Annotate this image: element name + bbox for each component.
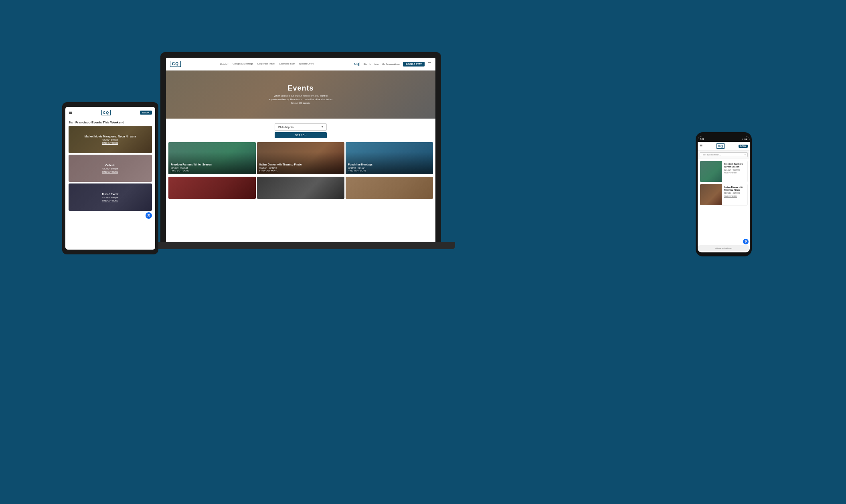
phone-book-button[interactable]: BOOK	[739, 145, 748, 148]
tablet-card-content-2: Music Event 02/20/24 6:00 pm FIND OUT MO…	[69, 183, 152, 211]
tablet-event-link-1[interactable]: FIND OUT MORE	[102, 171, 118, 173]
hero-title: Events	[269, 84, 333, 93]
tablet-book-button[interactable]: BOOK	[140, 111, 152, 115]
card-content-0: Freedom Farmers Winter Season 02/16/24 -…	[171, 163, 253, 172]
nav-corporate[interactable]: Corporate Travel	[257, 62, 275, 65]
event-card-0[interactable]: Freedom Farmers Winter Season 02/16/24 -…	[168, 142, 256, 174]
event-name-0: Freedom Farmers Winter Season	[171, 163, 253, 166]
event-link-1[interactable]: FIND OUT MORE	[259, 169, 342, 172]
cq-rewards-logo: CQ	[353, 62, 360, 66]
event-date-1: 02/28/24 - 03/31/24	[259, 167, 342, 169]
tablet-event-link-2[interactable]: FIND OUT MORE	[102, 200, 118, 202]
events-grid-row1: Freedom Farmers Winter Season 02/16/24 -…	[166, 140, 435, 177]
event-card-2[interactable]: Punchline Mondays 03/16/24 - 01/16/24 FI…	[346, 142, 433, 174]
phone-time: 5:01	[700, 138, 704, 140]
tablet-event-name-1: Cobrah	[105, 164, 115, 167]
search-button[interactable]: SEARCH	[275, 132, 327, 138]
event-link-0[interactable]: FIND OUT MORE	[171, 169, 253, 172]
event-link-2[interactable]: FIND OUT MORE	[348, 169, 431, 172]
phone-event-name-0: Freedom Farmers Winter Season	[724, 163, 745, 168]
join-link[interactable]: Join	[374, 63, 378, 65]
tablet-logo[interactable]: CQ	[101, 110, 111, 115]
phone-filter-input[interactable]: Filter by Destination... ▾	[700, 152, 748, 157]
phone-card-info-1: Italian Dinner with Tiramisu Finale 02/2…	[722, 184, 747, 205]
nav-hotels[interactable]: Hotels ▾	[220, 62, 229, 65]
tablet-event-card-2[interactable]: Music Event 02/20/24 6:00 pm FIND OUT MO…	[69, 183, 152, 211]
event-card-row2-1[interactable]	[257, 177, 344, 199]
laptop-device: CQ Hotels ▾ Groups & Meetings Corporate …	[160, 52, 441, 260]
event-card-row2-0[interactable]	[168, 177, 256, 199]
tablet-event-date-2: 02/20/24 6:00 pm	[103, 196, 118, 199]
tablet-card-content-0: Market Movie Marquees: Neon Nirvana 02/2…	[69, 126, 152, 153]
chevron-down-icon: ▾	[745, 153, 746, 156]
tablet-event-link-0[interactable]: FIND OUT MORE	[102, 142, 118, 144]
phone-card-info-0: Freedom Farmers Winter Season 02/16/24 -…	[722, 161, 747, 182]
phone-event-date-1: 02/28/24 - 03/31/24	[724, 192, 745, 194]
phone-event-name-1: Italian Dinner with Tiramisu Finale	[724, 186, 745, 192]
city-dropdown[interactable]: Philadelphia ▾	[275, 123, 327, 131]
nav-special[interactable]: Special Offers	[299, 62, 314, 65]
phone-accessibility-button[interactable]: ♿	[743, 239, 749, 244]
tablet-event-date-0: 02/20/24 6:00 pm	[103, 139, 118, 141]
tablet-page-title: San Francisco Events This Weekend	[65, 118, 155, 126]
phone-status-bar: 5:01 ▾ ⊓ ▮	[698, 136, 750, 142]
laptop-hero: Events When you step out of your hotel r…	[166, 71, 435, 119]
menu-icon[interactable]: ☰	[428, 62, 431, 66]
phone-logo[interactable]: CQ	[716, 143, 725, 149]
phone-nav: ☰ CQ BOOK	[698, 142, 750, 151]
phone-status-icons: ▾ ⊓ ▮	[742, 138, 747, 140]
laptop-nav-right: CQ Sign In Join My Reservations BOOK A S…	[353, 62, 431, 67]
phone-event-date-0: 02/16/24 - 06/16/26	[724, 169, 745, 171]
phone-card-image-1	[700, 184, 722, 205]
tablet-screen: ☰ CQ BOOK San Francisco Events This Week…	[65, 107, 155, 250]
event-name-2: Punchline Mondays	[348, 163, 431, 166]
laptop-screen: CQ Hotels ▾ Groups & Meetings Corporate …	[166, 58, 435, 242]
card-content-1: Italian Dinner with Tiramisu Finale 02/2…	[259, 163, 342, 172]
phone-screen: 5:01 ▾ ⊓ ▮ ☰ CQ BOOK Filter by Destinati…	[698, 136, 750, 252]
tablet-hamburger-icon[interactable]: ☰	[69, 110, 72, 115]
event-date-2: 03/16/24 - 01/16/24	[348, 167, 431, 169]
phone-event-card-0[interactable]: Freedom Farmers Winter Season 02/16/24 -…	[700, 161, 748, 182]
phone-card-image-0	[700, 161, 722, 182]
phone-event-link-1[interactable]: FIND OUT MORE	[724, 195, 745, 197]
dropdown-value: Philadelphia	[278, 126, 293, 129]
my-reservations-link[interactable]: My Reservations	[382, 63, 400, 65]
filter-placeholder: Filter by Destination...	[702, 153, 721, 156]
phone-hamburger-icon[interactable]: ☰	[700, 144, 702, 148]
event-card-1[interactable]: Italian Dinner with Tiramisu Finale 02/2…	[257, 142, 344, 174]
tablet-bezel: ☰ CQ BOOK San Francisco Events This Week…	[62, 102, 158, 254]
laptop-nav: CQ Hotels ▾ Groups & Meetings Corporate …	[166, 58, 435, 71]
laptop-bezel: CQ Hotels ▾ Groups & Meetings Corporate …	[160, 52, 441, 242]
tablet-nav: ☰ CQ BOOK	[65, 107, 155, 118]
tablet-event-name-0: Market Movie Marquees: Neon Nirvana	[85, 135, 136, 138]
accessibility-button[interactable]: ♿	[146, 212, 152, 219]
tablet-device: ☰ CQ BOOK San Francisco Events This Week…	[62, 102, 158, 254]
laptop-base	[146, 242, 455, 249]
nav-groups[interactable]: Groups & Meetings	[233, 62, 253, 65]
phone-filter-section: Filter by Destination... ▾	[698, 151, 750, 159]
nav-extended[interactable]: Extended Stay	[279, 62, 295, 65]
phone-event-link-0[interactable]: FIND OUT MORE	[724, 172, 745, 174]
events-grid-row2	[166, 177, 435, 201]
card-content-2: Punchline Mondays 03/16/24 - 01/16/24 FI…	[348, 163, 431, 172]
hero-text: Events When you step out of your hotel r…	[269, 84, 333, 105]
tablet-event-card-1[interactable]: Cobrah 02/20/24 6:00 pm FIND OUT MORE	[69, 155, 152, 182]
chevron-down-icon: ▾	[322, 125, 323, 129]
search-section: Philadelphia ▾ SEARCH	[166, 119, 435, 140]
event-date-0: 02/16/24 - 06/16/25	[171, 167, 253, 169]
tablet-event-date-1: 02/20/24 6:00 pm	[103, 167, 118, 170]
tablet-event-name-2: Music Event	[102, 193, 119, 196]
hero-subtitle: When you step out of your hotel room, yo…	[269, 94, 333, 105]
tablet-card-content-1: Cobrah 02/20/24 6:00 pm FIND OUT MORE	[69, 155, 152, 182]
event-name-1: Italian Dinner with Tiramisu Finale	[259, 163, 342, 166]
sign-in-link[interactable]: Sign In	[363, 63, 371, 65]
phone-url-bar: clubquartershotels.com	[698, 245, 750, 251]
phone-bezel: 5:01 ▾ ⊓ ▮ ☰ CQ BOOK Filter by Destinati…	[696, 132, 752, 256]
tablet-event-card-0[interactable]: Market Movie Marquees: Neon Nirvana 02/2…	[69, 126, 152, 153]
laptop-logo[interactable]: CQ	[170, 61, 181, 67]
phone-event-card-1[interactable]: Italian Dinner with Tiramisu Finale 02/2…	[700, 184, 748, 206]
event-card-row2-2[interactable]	[346, 177, 433, 199]
laptop-book-stay-button[interactable]: BOOK A STAY	[403, 62, 425, 67]
phone-website: clubquartershotels.com	[715, 247, 732, 249]
laptop-nav-links: Hotels ▾ Groups & Meetings Corporate Tra…	[220, 62, 314, 65]
